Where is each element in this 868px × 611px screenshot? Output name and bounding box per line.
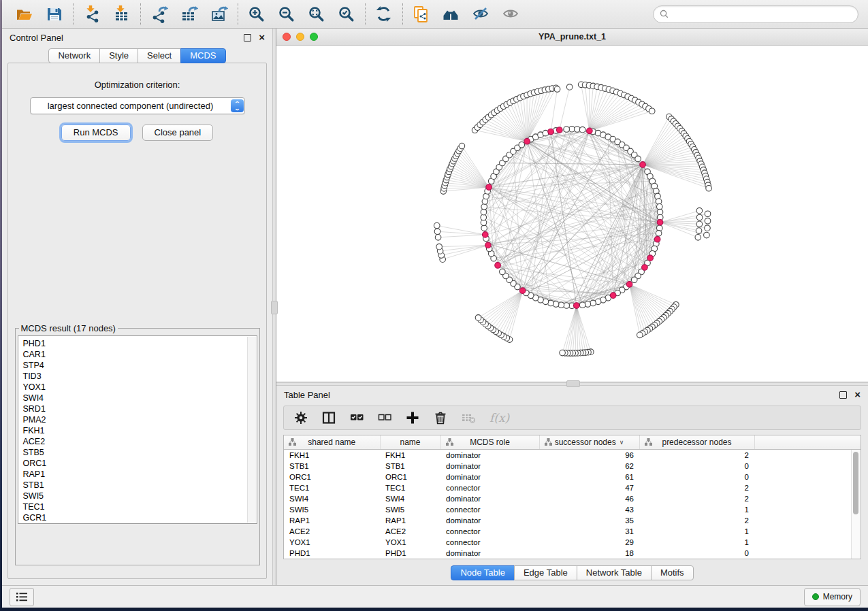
- tab-network[interactable]: Network: [48, 48, 100, 63]
- hide-selected-button[interactable]: [472, 5, 491, 24]
- table-row[interactable]: TEC1TEC1connector472: [284, 482, 861, 493]
- table-row[interactable]: SWI4SWI4dominator462: [284, 493, 861, 504]
- mcds-result-item[interactable]: TEC1: [23, 501, 247, 512]
- mcds-result-item[interactable]: GCR1: [23, 512, 247, 523]
- table-settings-button[interactable]: [294, 410, 308, 425]
- splitter-grip[interactable]: [566, 380, 580, 387]
- export-network-button[interactable]: [150, 5, 169, 24]
- table-scrollbar[interactable]: [851, 450, 861, 559]
- mcds-result-item[interactable]: CAR1: [23, 349, 247, 360]
- mcds-result-list[interactable]: PHD1CAR1STP4TID3YOX1SWI4SRD1PMA2FKH1ACE2…: [18, 335, 257, 524]
- mcds-result-item[interactable]: PMA2: [23, 414, 247, 425]
- table-cell: TEC1: [284, 482, 380, 493]
- optimization-criterion-select[interactable]: largest connected component (undirected)…: [30, 97, 245, 114]
- column-header-MCDS-role[interactable]: MCDS role: [440, 435, 539, 450]
- zoom-selected-icon: [338, 5, 355, 23]
- table-panel-close-button[interactable]: ×: [854, 391, 861, 398]
- table-scrollbar-thumb[interactable]: [853, 452, 858, 514]
- mcds-result-item[interactable]: YOX1: [23, 382, 247, 393]
- close-panel-button[interactable]: Close panel: [142, 125, 214, 141]
- save-session-button[interactable]: [45, 5, 64, 24]
- table-row[interactable]: STB1STB1dominator620: [284, 461, 861, 472]
- split-columns-button[interactable]: [322, 410, 336, 425]
- zoom-fit-button[interactable]: [307, 5, 326, 24]
- table-cell: SWI4: [284, 493, 380, 504]
- show-all-button[interactable]: [502, 5, 521, 24]
- network-nodes[interactable]: [434, 82, 711, 356]
- run-mcds-button[interactable]: Run MCDS: [61, 125, 131, 141]
- column-header-successor-nodes[interactable]: successor nodes∨: [539, 435, 639, 450]
- mcds-result-item[interactable]: STB1: [23, 480, 247, 491]
- add-column-button[interactable]: [406, 410, 419, 425]
- delete-table-icon: [462, 411, 475, 425]
- table-panel-float-button[interactable]: [839, 391, 847, 399]
- table-row[interactable]: PHD1PHD1dominator180: [284, 548, 861, 559]
- tab-motifs[interactable]: Motifs: [651, 565, 694, 580]
- mcds-result-item[interactable]: SWI4: [23, 393, 247, 403]
- table-cell: RAP1: [284, 515, 380, 526]
- table-row[interactable]: RAP1RAP1dominator352: [284, 515, 861, 526]
- mcds-result-item[interactable]: STP4: [23, 360, 247, 371]
- table-row[interactable]: ACE2ACE2connector311: [284, 526, 861, 537]
- window-close-button[interactable]: [283, 33, 291, 41]
- tab-select[interactable]: Select: [138, 48, 181, 63]
- select-all-rows-button[interactable]: [350, 410, 364, 425]
- column-header-predecessor-nodes[interactable]: predecessor nodes: [639, 435, 754, 450]
- splitter-grip[interactable]: [271, 301, 278, 314]
- new-network-from-selection-button[interactable]: [412, 5, 431, 24]
- search-input[interactable]: [669, 9, 852, 20]
- table-row[interactable]: ORC1ORC1dominator610: [284, 472, 861, 482]
- task-list-icon: [16, 591, 28, 602]
- delete-column-button[interactable]: [434, 410, 447, 425]
- column-header-shared-name[interactable]: shared name: [284, 435, 380, 450]
- open-file-button[interactable]: [15, 5, 34, 24]
- mcds-result-item[interactable]: RAP1: [23, 469, 247, 480]
- application-window: Control Panel × NetworkStyleSelectMCDS O…: [2, 0, 868, 608]
- import-table-button[interactable]: [112, 5, 131, 24]
- main-toolbar: [2, 0, 868, 29]
- vertical-splitter[interactable]: [272, 29, 276, 585]
- window-maximize-button[interactable]: [310, 33, 318, 41]
- tab-node-table[interactable]: Node Table: [451, 565, 515, 580]
- open-file-icon: [16, 5, 33, 23]
- table-row[interactable]: YOX1YOX1connector291: [284, 537, 861, 548]
- table-row[interactable]: FKH1FKH1dominator962: [284, 450, 861, 461]
- deselect-all-rows-button[interactable]: [378, 410, 391, 425]
- mcds-list-scrollbar[interactable]: [247, 337, 256, 523]
- search-field[interactable]: [653, 5, 858, 23]
- mcds-result-item[interactable]: ORC1: [23, 458, 247, 469]
- first-neighbors-button[interactable]: [442, 5, 461, 24]
- tab-style[interactable]: Style: [99, 48, 138, 63]
- network-canvas[interactable]: [276, 46, 868, 382]
- table-row[interactable]: SWI5SWI5connector431: [284, 504, 861, 515]
- window-minimize-button[interactable]: [296, 33, 304, 41]
- refresh-view-button[interactable]: [374, 5, 393, 24]
- export-table-button[interactable]: [180, 5, 199, 24]
- import-network-button[interactable]: [82, 5, 101, 24]
- tab-edge-table[interactable]: Edge Table: [514, 565, 577, 580]
- toolbar-icon-groups: [6, 3, 530, 25]
- control-panel-close-button[interactable]: ×: [259, 34, 265, 41]
- zoom-selected-button[interactable]: [337, 5, 356, 24]
- column-header-name[interactable]: name: [380, 435, 440, 450]
- control-panel-float-button[interactable]: [244, 34, 251, 42]
- tab-network-table[interactable]: Network Table: [577, 565, 652, 580]
- mcds-result-item[interactable]: ACE2: [23, 436, 247, 447]
- zoom-out-button[interactable]: [277, 5, 296, 24]
- mcds-result-item[interactable]: SWI5: [23, 491, 247, 501]
- mcds-result-item[interactable]: PHD1: [23, 338, 247, 349]
- memory-button[interactable]: Memory: [804, 588, 861, 606]
- tab-mcds[interactable]: MCDS: [180, 48, 225, 63]
- mcds-result-item[interactable]: FKH1: [23, 425, 247, 436]
- export-image-button[interactable]: [210, 5, 229, 24]
- table-cell: ORC1: [284, 472, 380, 482]
- mcds-result-item[interactable]: SRD1: [23, 403, 247, 414]
- mcds-result-item[interactable]: STB5: [23, 447, 247, 458]
- horizontal-splitter[interactable]: [276, 382, 868, 386]
- table-cell: 29: [539, 537, 639, 548]
- mcds-result-item[interactable]: TID3: [23, 371, 247, 382]
- table-cell: dominator: [440, 472, 539, 482]
- optimization-criterion-label: Optimization criterion:: [95, 80, 180, 90]
- task-history-button[interactable]: [10, 588, 34, 606]
- zoom-in-button[interactable]: [247, 5, 266, 24]
